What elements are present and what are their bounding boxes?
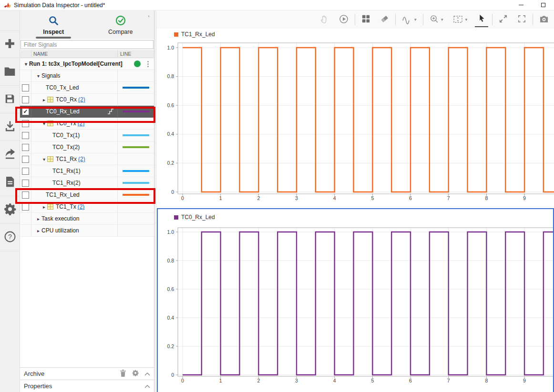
matrix-row-tc1-tx[interactable]: ▸TC1_Tx(2) <box>20 201 154 213</box>
x-tick-label: 2 <box>257 378 260 383</box>
subsignal-row-tc1-rx-1-[interactable]: TC1_Rx(1) <box>20 165 154 177</box>
toolbar-button-snapshot-camera[interactable] <box>537 13 551 27</box>
tab-inspect[interactable]: Inspect <box>20 10 87 39</box>
collapse-arrow-icon[interactable]: ▾ <box>41 121 47 126</box>
signal-visibility-checkbox[interactable]: ✓ <box>22 108 29 115</box>
section-row-signals[interactable]: ▾Signals <box>20 70 154 82</box>
collapse-panel-button[interactable]: ‹ <box>145 12 152 19</box>
x-tick-label: 6 <box>409 195 412 201</box>
matlab-logo-icon <box>4 2 11 9</box>
toolbar-button-fullscreen[interactable] <box>515 13 529 26</box>
toolbar-button-replay[interactable] <box>337 13 351 27</box>
add-run-icon <box>3 37 16 51</box>
rail-button-export[interactable] <box>0 141 20 169</box>
line-style-swatch[interactable] <box>123 170 149 172</box>
signal-visibility-checkbox[interactable] <box>22 132 29 139</box>
line-style-swatch[interactable] <box>123 134 149 136</box>
signal-visibility-checkbox[interactable] <box>22 156 29 163</box>
properties-bar[interactable]: Properties <box>20 380 154 392</box>
name-cell: ▸CPU utilization <box>31 225 117 236</box>
matrix-row-tc0-rx[interactable]: ▸TC0_Rx(2) <box>20 94 154 106</box>
checkbox-cell <box>20 130 31 141</box>
signal-browser-panel: Inspect Compare ‹ NAME LINE ▾Run 1: tc3x… <box>20 10 154 392</box>
toolbar-button-fit-to-view[interactable]: ▼ <box>451 13 470 27</box>
line-cell <box>117 165 154 177</box>
dropdown-caret-icon[interactable]: ▼ <box>440 18 444 22</box>
collapse-arrow-icon[interactable]: ▾ <box>23 61 29 67</box>
rail-button-help[interactable]: ? <box>0 224 20 251</box>
x-tick-label: 7 <box>447 378 450 383</box>
signal-visibility-checkbox[interactable] <box>22 191 29 199</box>
plot-frame <box>178 43 554 194</box>
subsignal-row-tc0-tx-2-[interactable]: TC0_Tx(2) <box>20 141 154 153</box>
toolbar-button-clear-subplots[interactable] <box>378 13 391 26</box>
line-style-swatch[interactable] <box>123 194 149 196</box>
collapse-arrow-icon[interactable]: ▾ <box>41 157 47 162</box>
minimize-button[interactable] <box>510 0 532 10</box>
chevron-up-icon[interactable] <box>144 382 150 390</box>
signal-visibility-checkbox[interactable] <box>22 96 29 103</box>
signal-visibility-checkbox[interactable] <box>22 168 29 175</box>
subplot-top[interactable]: TC1_Rx_Led 00.20.40.60.81.00123456789 <box>157 29 554 208</box>
expand-arrow-icon[interactable]: ▸ <box>35 216 41 221</box>
expand-view-icon <box>498 14 508 25</box>
square-wave-chart-tc1-rx-led[interactable]: 00.20.40.60.81.00123456789 <box>157 29 554 208</box>
signal-visibility-checkbox[interactable] <box>22 144 29 151</box>
archive-bar[interactable]: Archive <box>20 367 154 380</box>
matrix-row-tc0-tx[interactable]: ▾TC0_Tx(2) <box>20 118 154 130</box>
element-count-link[interactable]: (2) <box>78 120 85 127</box>
section-row-cpu-utilization[interactable]: ▸CPU utilization <box>20 225 154 237</box>
element-count-link[interactable]: (2) <box>78 96 85 103</box>
filter-signals-input[interactable] <box>21 40 154 49</box>
chevron-up-icon[interactable] <box>144 370 150 377</box>
rail-button-import[interactable] <box>0 113 20 141</box>
app-window: Simulation Data Inspector - untitled* ? … <box>0 0 554 392</box>
rail-button-save[interactable] <box>0 86 20 113</box>
section-row-task-execution[interactable]: ▸Task execution <box>20 213 154 225</box>
signal-row-tc1-rx-led[interactable]: TC1_Rx_Led <box>20 189 154 201</box>
x-tick-label: 3 <box>295 378 298 383</box>
toolbar-divider <box>355 14 355 25</box>
line-style-swatch[interactable] <box>123 87 149 89</box>
signal-waveform-TC1_Rx_Led[interactable] <box>183 48 554 192</box>
element-count-link[interactable]: (2) <box>78 203 85 210</box>
signal-visibility-checkbox[interactable] <box>22 84 29 91</box>
subsignal-row-tc1-rx-2-[interactable]: TC1_Rx(2) <box>20 177 154 189</box>
expand-arrow-icon[interactable]: ▸ <box>41 97 47 102</box>
run-menu-kebab-icon[interactable] <box>144 61 151 67</box>
rail-button-preferences[interactable] <box>0 196 20 224</box>
signal-visibility-checkbox[interactable] <box>22 203 29 211</box>
subsignal-row-tc0-tx-1-[interactable]: TC0_Tx(1) <box>20 130 154 141</box>
signal-visibility-checkbox[interactable] <box>22 180 29 187</box>
toolbar-button-expand-view[interactable] <box>496 13 510 26</box>
toolbar-button-data-cursors[interactable]: ▼ <box>400 13 419 27</box>
signal-visibility-checkbox[interactable] <box>22 120 29 127</box>
expand-arrow-icon[interactable]: ▸ <box>41 204 47 210</box>
matrix-row-tc1-rx[interactable]: ▾TC1_Rx(2) <box>20 153 154 165</box>
toolbar-button-arrow-cursor[interactable] <box>475 12 488 27</box>
toolbar-button-zoom-in[interactable]: ▼ <box>427 13 446 27</box>
expand-arrow-icon[interactable]: ▸ <box>35 228 41 233</box>
signal-waveform-TC0_Rx_Led[interactable] <box>183 232 554 375</box>
rail-button-add-run[interactable] <box>0 30 20 58</box>
rail-button-open[interactable] <box>0 58 20 86</box>
trash-icon[interactable] <box>120 370 126 378</box>
rail-button-create-report[interactable] <box>0 169 20 196</box>
gear-icon[interactable] <box>132 370 139 378</box>
signal-row-tc0-tx-led[interactable]: TC0_Tx_Led <box>20 82 154 94</box>
element-count-link[interactable]: (2) <box>78 156 85 162</box>
line-style-swatch[interactable] <box>123 146 149 148</box>
signal-row-tc0-rx-led[interactable]: ✓TC0_Rx_Led <box>20 106 154 118</box>
dropdown-caret-icon[interactable]: ▼ <box>464 18 468 22</box>
maximize-button[interactable] <box>532 0 554 10</box>
square-wave-chart-tc0-rx-led[interactable]: 00.20.40.60.81.00123456789 <box>157 208 554 392</box>
collapse-arrow-icon[interactable]: ▾ <box>35 73 41 79</box>
line-style-swatch[interactable] <box>123 111 149 112</box>
run-row-run-1-tc3x-ipctopmodel-current-[interactable]: ▾Run 1: tc3x_IpcTopModel[Current] <box>20 58 154 70</box>
dropdown-caret-icon[interactable]: ▼ <box>413 18 417 22</box>
toolbar-button-subplot-layout[interactable] <box>359 13 373 26</box>
line-style-swatch[interactable] <box>123 182 149 184</box>
tab-compare[interactable]: Compare <box>87 10 154 39</box>
import-icon <box>4 120 16 134</box>
subplot-bottom-selected[interactable]: TC0_Rx_Led 00.20.40.60.81.00123456789 <box>157 208 554 392</box>
